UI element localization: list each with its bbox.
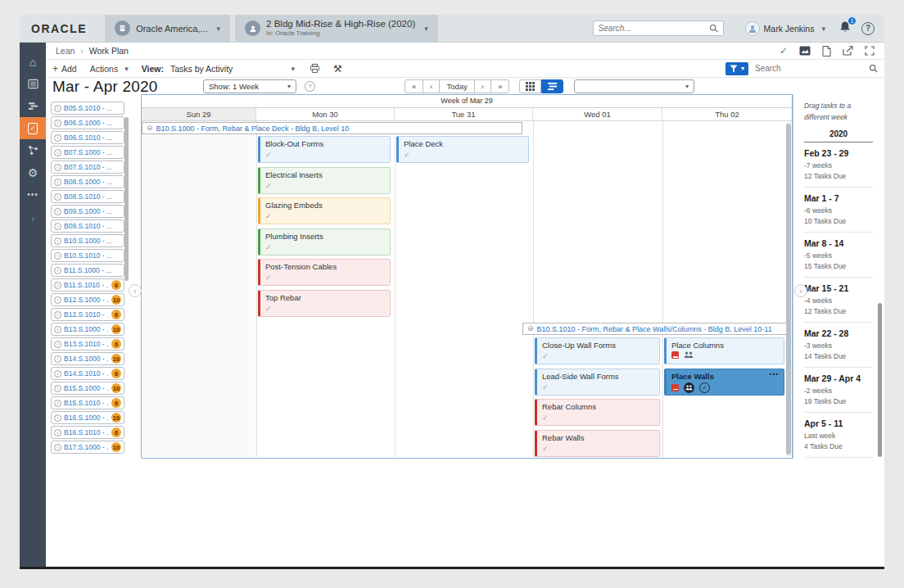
snapshot-icon[interactable] [799, 46, 811, 56]
task-card[interactable]: Block-Out Forms✓ [258, 136, 391, 163]
nav-list-icon[interactable] [20, 73, 46, 95]
task-card[interactable]: Lead-Side Wall Forms✓ [535, 369, 660, 396]
task-card[interactable]: Post-Tension Cables✓ [258, 259, 391, 286]
actions-button[interactable]: Actions ▾ [90, 64, 129, 74]
weeks-panel-scrollbar[interactable] [878, 303, 882, 457]
add-button[interactable]: + Add [52, 63, 77, 75]
activity-item[interactable]: ›B13.S.1010 - ...6 [51, 337, 124, 351]
task-card[interactable]: Rebar Walls✓ [535, 430, 660, 457]
board-view-button[interactable] [541, 79, 563, 93]
tools-button[interactable]: ⚒ [333, 63, 342, 75]
nav-settings-icon[interactable]: ⚙ [20, 161, 46, 183]
show-select[interactable]: Show: 1 Week ▾ [203, 79, 296, 93]
nav-schedule-icon[interactable] [20, 95, 46, 117]
complete-icon[interactable]: ✓ [699, 382, 710, 393]
today-button[interactable]: Today [439, 79, 474, 93]
activity-item[interactable]: ›B11.S.1000 - ... [51, 264, 124, 277]
task-card[interactable]: Electrical Inserts✓ [258, 167, 391, 194]
card-menu-icon[interactable]: ••• [770, 370, 779, 378]
task-card[interactable]: Top Rebar✓ [258, 290, 391, 317]
fullscreen-icon[interactable] [865, 46, 875, 56]
activity-item[interactable]: ›B14.S.1000 - ...10 [51, 352, 124, 365]
check-icon: ✓ [265, 243, 385, 251]
task-card[interactable]: Plumbing Inserts✓ [258, 228, 391, 256]
week-drop-target[interactable]: Apr 5 - 11 Last week 4 Tasks Due [804, 413, 873, 458]
week-drop-target[interactable]: Mar 8 - 14 -5 weeks 15 Tasks Due [804, 233, 873, 278]
activity-item[interactable]: ›B10.S.1010 - ... [51, 249, 124, 262]
expand-icon: › [54, 164, 61, 171]
activity-item[interactable]: ›B08.S.1000 - ... [51, 175, 124, 188]
activity-list-scrollbar[interactable] [124, 117, 129, 281]
breadcrumb-section[interactable]: Lean [56, 46, 75, 56]
mark-complete-icon[interactable]: ✓ [780, 45, 788, 57]
weeks-panel: Drag tasks to a different week 2020 Feb … [793, 94, 884, 459]
collapse-left-panel-button[interactable]: ‹ [129, 284, 142, 297]
task-card-selected[interactable]: ••• Place Walls ✓ [664, 369, 784, 396]
next-week-button[interactable]: › [474, 79, 491, 93]
week-drop-target[interactable]: Mar 15 - 21 -4 weeks 12 Tasks Due [804, 278, 873, 323]
share-icon[interactable] [843, 46, 853, 56]
nav-network-icon[interactable] [20, 139, 46, 161]
grid-view-button[interactable] [519, 79, 541, 93]
user-menu[interactable]: Mark Jenkins ▾ [745, 21, 825, 36]
nav-more-icon[interactable]: ••• [20, 183, 46, 206]
prev-week-button[interactable]: ‹ [423, 79, 440, 93]
project-selector[interactable]: 2 Bldg Mid-Rise & High-Rise (2020) In: O… [235, 15, 438, 43]
activity-item[interactable]: ›B11.S.1010 - ...6 [51, 278, 124, 292]
activity-item[interactable]: ›B16.S.1000 - ...10 [51, 411, 124, 424]
activity-item[interactable]: ›B12.S.1000 - ...10 [51, 293, 124, 306]
user-name: Mark Jenkins [764, 24, 815, 34]
last-week-button[interactable]: » [490, 79, 509, 93]
activity-item[interactable]: ›B14.S.1010 - ...6 [51, 367, 124, 380]
activity-item[interactable]: ›B15.S.1000 - ...10 [51, 382, 124, 395]
global-search-input[interactable] [599, 24, 709, 33]
week-label: Week of Mar 29 [142, 95, 792, 108]
org-selector[interactable]: Oracle America,... ▾ [105, 15, 230, 43]
week-drop-target[interactable]: Mar 22 - 28 -3 weeks 14 Tasks Due [804, 323, 873, 368]
print-button[interactable] [310, 63, 320, 74]
notifications-button[interactable]: 1 [838, 20, 852, 37]
task-card[interactable]: Place Deck✓ [396, 136, 529, 163]
week-drop-target[interactable]: Mar 1 - 7 -6 weeks 10 Tasks Due [804, 188, 873, 233]
activity-item[interactable]: ›B15.S.1010 - ...6 [51, 396, 124, 409]
activity-group-header[interactable]: ⊖ B10.S.1010 - Form, Rebar & Place Walls… [522, 323, 787, 335]
activity-item[interactable]: ›B05.S.1010 - ... [51, 102, 124, 115]
document-icon[interactable] [822, 46, 831, 57]
first-week-button[interactable]: « [405, 79, 423, 93]
activity-item[interactable]: ›B07.S.1010 - ... [51, 161, 124, 174]
crew-icon[interactable] [684, 382, 694, 393]
activity-group-header[interactable]: ⊖ B10.S.1000 - Form, Rebar & Place Deck … [142, 122, 522, 134]
collapse-right-panel-button[interactable]: › [794, 284, 807, 297]
activity-item[interactable]: ›B17.S.1000 - ...10 [51, 441, 124, 454]
task-card[interactable]: Close-Up Wall Forms✓ [535, 337, 660, 364]
collapse-group-icon: ⊖ [527, 325, 534, 332]
view-select[interactable]: Tasks by Activity ▾ [170, 64, 295, 74]
nav-tasks-icon[interactable]: ✓ [20, 117, 46, 139]
activity-item[interactable]: ›B12.S.1010 - ...6 [51, 308, 124, 321]
help-button[interactable]: ? [861, 22, 875, 35]
info-icon[interactable]: ? [305, 81, 315, 92]
activity-item[interactable]: ›B08.S.1010 - ... [51, 190, 124, 203]
activity-item[interactable]: ›B16.S.1010 - ...6 [51, 426, 124, 439]
activity-item[interactable]: ›B06.S.1010 - ... [51, 131, 124, 144]
plan-search-input[interactable] [755, 64, 869, 73]
filter-button[interactable]: ▾ [725, 62, 748, 75]
week-drop-target[interactable]: Mar 29 - Apr 4 -2 weeks 19 Tasks Due [804, 368, 873, 413]
activity-item[interactable]: ›B09.S.1010 - ... [51, 219, 124, 233]
nav-home-icon[interactable]: ⌂ [20, 51, 46, 73]
task-card[interactable]: Glazing Embeds✓ [258, 197, 391, 224]
week-drop-target[interactable]: Apr 12 - 18 [804, 458, 873, 459]
task-card[interactable]: Place Columns [664, 337, 784, 364]
task-card[interactable]: Rebar Columns✓ [535, 399, 660, 426]
nav-collapse-icon[interactable]: › [20, 207, 46, 229]
activity-item[interactable]: ›B10.S.1000 - ... [51, 234, 124, 247]
activity-item[interactable]: ›B07.S.1000 - ... [51, 146, 124, 159]
activity-item[interactable]: ›B06.S.1000 - ... [51, 116, 124, 129]
expand-icon: › [54, 429, 61, 436]
calendar-scrollbar[interactable] [786, 122, 791, 456]
organize-select[interactable]: ▾ [574, 79, 694, 93]
activity-item[interactable]: ›B09.S.1000 - ... [51, 205, 124, 218]
week-drop-target[interactable]: Feb 23 - 29 -7 weeks 12 Tasks Due [804, 142, 873, 188]
constraint-icon [671, 351, 679, 359]
activity-item[interactable]: ›B13.S.1000 - ...10 [51, 323, 124, 336]
